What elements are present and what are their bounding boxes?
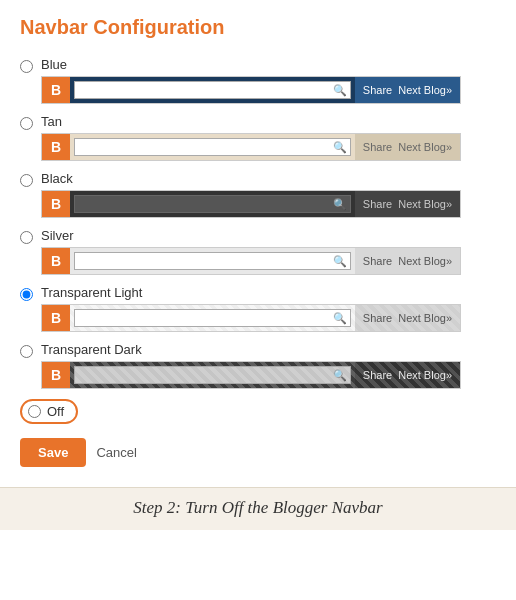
share-label-transparent-dark: Share — [363, 369, 392, 381]
option-row-tan: Tan B 🔍 Share Next Blog» — [20, 114, 496, 161]
search-area-transparent-light: 🔍 — [70, 305, 355, 331]
search-button-transparent-light[interactable]: 🔍 — [333, 311, 347, 325]
navbar-preview-transparent-light: B 🔍 Share Next Blog» — [41, 304, 461, 332]
blogger-icon-silver: B — [42, 247, 70, 275]
search-area-transparent-dark: 🔍 — [70, 362, 355, 388]
share-label-tan: Share — [363, 141, 392, 153]
save-button[interactable]: Save — [20, 438, 86, 467]
label-blue[interactable]: Blue — [41, 57, 496, 72]
label-black[interactable]: Black — [41, 171, 496, 186]
search-input-silver[interactable] — [74, 252, 351, 270]
step-banner: Step 2: Turn Off the Blogger Navbar — [0, 487, 516, 530]
option-row-transparent-light: Transparent Light B 🔍 Share Next Blog» — [20, 285, 496, 332]
blogger-icon-black: B — [42, 190, 70, 218]
radio-blue[interactable] — [20, 60, 33, 73]
option-block-silver: Silver B 🔍 Share Next Blog» — [41, 228, 496, 275]
next-label-blue: Next Blog» — [398, 84, 452, 96]
radio-off[interactable] — [28, 405, 41, 418]
radio-transparent-dark[interactable] — [20, 345, 33, 358]
next-label-transparent-light: Next Blog» — [398, 312, 452, 324]
actions-tan: Share Next Blog» — [355, 134, 460, 160]
search-area-black: 🔍 — [70, 191, 355, 217]
cancel-button[interactable]: Cancel — [96, 445, 136, 460]
option-row-black: Black B 🔍 Share Next Blog» — [20, 171, 496, 218]
option-block-transparent-light: Transparent Light B 🔍 Share Next Blog» — [41, 285, 496, 332]
label-transparent-light[interactable]: Transparent Light — [41, 285, 496, 300]
search-area-tan: 🔍 — [70, 134, 355, 160]
share-label-blue: Share — [363, 84, 392, 96]
option-block-transparent-dark: Transparent Dark B 🔍 Share Next Blog» — [41, 342, 496, 389]
next-label-black: Next Blog» — [398, 198, 452, 210]
search-input-transparent-light[interactable] — [74, 309, 351, 327]
off-row: Off — [20, 399, 496, 424]
radio-black[interactable] — [20, 174, 33, 187]
search-area-blue: 🔍 — [70, 77, 355, 103]
search-button-blue[interactable]: 🔍 — [333, 83, 347, 97]
page-title: Navbar Configuration — [20, 16, 496, 39]
navbar-preview-transparent-dark: B 🔍 Share Next Blog» — [41, 361, 461, 389]
search-input-blue[interactable] — [74, 81, 351, 99]
actions-blue: Share Next Blog» — [355, 77, 460, 103]
radio-tan[interactable] — [20, 117, 33, 130]
search-button-black[interactable]: 🔍 — [333, 197, 347, 211]
label-silver[interactable]: Silver — [41, 228, 496, 243]
search-area-silver: 🔍 — [70, 248, 355, 274]
navbar-preview-black: B 🔍 Share Next Blog» — [41, 190, 461, 218]
search-button-silver[interactable]: 🔍 — [333, 254, 347, 268]
search-input-black[interactable] — [74, 195, 351, 213]
option-block-blue: Blue B 🔍 Share Next Blog» — [41, 57, 496, 104]
buttons-row: Save Cancel — [20, 438, 496, 467]
blogger-icon-transparent-light: B — [42, 304, 70, 332]
actions-transparent-light: Share Next Blog» — [355, 305, 460, 331]
share-label-silver: Share — [363, 255, 392, 267]
next-label-tan: Next Blog» — [398, 141, 452, 153]
next-label-transparent-dark: Next Blog» — [398, 369, 452, 381]
option-row-silver: Silver B 🔍 Share Next Blog» — [20, 228, 496, 275]
option-block-tan: Tan B 🔍 Share Next Blog» — [41, 114, 496, 161]
option-block-black: Black B 🔍 Share Next Blog» — [41, 171, 496, 218]
search-input-tan[interactable] — [74, 138, 351, 156]
off-label: Off — [47, 404, 64, 419]
option-row-transparent-dark: Transparent Dark B 🔍 Share Next Blog» — [20, 342, 496, 389]
blogger-icon-transparent-dark: B — [42, 361, 70, 389]
page-wrapper: Navbar Configuration Blue B 🔍 Share Next… — [0, 0, 516, 487]
search-button-tan[interactable]: 🔍 — [333, 140, 347, 154]
option-row-blue: Blue B 🔍 Share Next Blog» — [20, 57, 496, 104]
search-input-transparent-dark[interactable] — [74, 366, 351, 384]
blogger-icon-blue: B — [42, 76, 70, 104]
navbar-preview-silver: B 🔍 Share Next Blog» — [41, 247, 461, 275]
actions-transparent-dark: Share Next Blog» — [355, 362, 460, 388]
navbar-preview-tan: B 🔍 Share Next Blog» — [41, 133, 461, 161]
off-option-wrap[interactable]: Off — [20, 399, 78, 424]
blogger-icon-tan: B — [42, 133, 70, 161]
label-transparent-dark[interactable]: Transparent Dark — [41, 342, 496, 357]
label-tan[interactable]: Tan — [41, 114, 496, 129]
actions-silver: Share Next Blog» — [355, 248, 460, 274]
share-label-transparent-light: Share — [363, 312, 392, 324]
navbar-preview-blue: B 🔍 Share Next Blog» — [41, 76, 461, 104]
actions-black: Share Next Blog» — [355, 191, 460, 217]
radio-silver[interactable] — [20, 231, 33, 244]
search-button-transparent-dark[interactable]: 🔍 — [333, 368, 347, 382]
next-label-silver: Next Blog» — [398, 255, 452, 267]
share-label-black: Share — [363, 198, 392, 210]
radio-transparent-light[interactable] — [20, 288, 33, 301]
